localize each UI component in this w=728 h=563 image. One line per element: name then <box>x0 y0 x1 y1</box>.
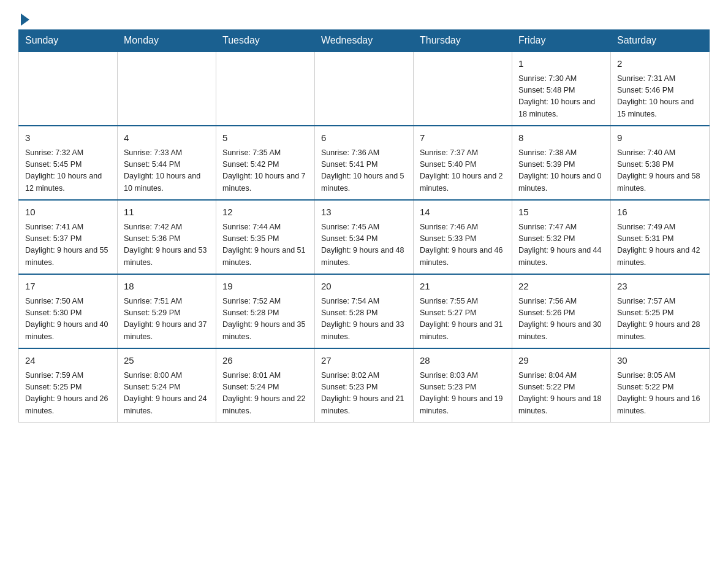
logo <box>18 12 29 23</box>
day-number: 28 <box>420 354 506 368</box>
calendar-cell: 14Sunrise: 7:46 AMSunset: 5:33 PMDayligh… <box>414 200 512 274</box>
day-info: Sunrise: 7:37 AMSunset: 5:40 PMDaylight:… <box>420 147 506 195</box>
day-info: Sunrise: 7:31 AMSunset: 5:46 PMDaylight:… <box>617 73 703 121</box>
day-number: 12 <box>222 205 308 220</box>
day-number: 18 <box>124 280 210 294</box>
day-info: Sunrise: 8:05 AMSunset: 5:22 PMDaylight:… <box>617 370 703 418</box>
day-number: 30 <box>617 354 703 368</box>
calendar-cell: 28Sunrise: 8:03 AMSunset: 5:23 PMDayligh… <box>414 348 512 423</box>
calendar-cell: 6Sunrise: 7:36 AMSunset: 5:41 PMDaylight… <box>315 126 414 200</box>
calendar-cell: 2Sunrise: 7:31 AMSunset: 5:46 PMDaylight… <box>611 52 710 126</box>
calendar-cell: 15Sunrise: 7:47 AMSunset: 5:32 PMDayligh… <box>512 200 611 274</box>
calendar-cell: 16Sunrise: 7:49 AMSunset: 5:31 PMDayligh… <box>611 200 710 274</box>
day-number: 4 <box>124 131 210 145</box>
calendar-week-row: 10Sunrise: 7:41 AMSunset: 5:37 PMDayligh… <box>19 200 710 274</box>
day-info: Sunrise: 7:54 AMSunset: 5:28 PMDaylight:… <box>321 296 407 343</box>
calendar-cell: 4Sunrise: 7:33 AMSunset: 5:44 PMDaylight… <box>118 126 216 200</box>
calendar-cell: 1Sunrise: 7:30 AMSunset: 5:48 PMDaylight… <box>512 52 611 126</box>
day-of-week-header: Saturday <box>611 30 710 52</box>
calendar-cell: 8Sunrise: 7:38 AMSunset: 5:39 PMDaylight… <box>512 126 611 200</box>
day-info: Sunrise: 8:02 AMSunset: 5:23 PMDaylight:… <box>321 370 407 418</box>
day-info: Sunrise: 8:03 AMSunset: 5:23 PMDaylight:… <box>420 370 506 418</box>
day-number: 22 <box>518 280 604 294</box>
day-of-week-header: Sunday <box>19 30 118 52</box>
calendar-cell: 5Sunrise: 7:35 AMSunset: 5:42 PMDaylight… <box>216 126 315 200</box>
day-number: 6 <box>321 131 407 145</box>
day-info: Sunrise: 7:56 AMSunset: 5:26 PMDaylight:… <box>518 296 604 343</box>
calendar-week-row: 1Sunrise: 7:30 AMSunset: 5:48 PMDaylight… <box>19 52 710 126</box>
day-info: Sunrise: 7:49 AMSunset: 5:31 PMDaylight:… <box>617 221 703 269</box>
day-number: 13 <box>321 205 407 220</box>
calendar-cell: 25Sunrise: 8:00 AMSunset: 5:24 PMDayligh… <box>118 348 216 423</box>
logo-arrow-icon <box>21 13 29 26</box>
day-number: 11 <box>124 205 210 220</box>
calendar-cell: 20Sunrise: 7:54 AMSunset: 5:28 PMDayligh… <box>315 274 414 348</box>
day-number: 26 <box>222 354 308 368</box>
day-number: 17 <box>25 280 111 294</box>
day-info: Sunrise: 7:30 AMSunset: 5:48 PMDaylight:… <box>518 73 604 121</box>
calendar-cell: 26Sunrise: 8:01 AMSunset: 5:24 PMDayligh… <box>216 348 315 423</box>
calendar-cell: 3Sunrise: 7:32 AMSunset: 5:45 PMDaylight… <box>19 126 118 200</box>
day-number: 29 <box>518 354 604 368</box>
day-of-week-header: Tuesday <box>216 30 315 52</box>
calendar-cell: 9Sunrise: 7:40 AMSunset: 5:38 PMDaylight… <box>611 126 710 200</box>
calendar-cell: 10Sunrise: 7:41 AMSunset: 5:37 PMDayligh… <box>19 200 118 274</box>
page-header <box>18 12 710 23</box>
day-info: Sunrise: 7:38 AMSunset: 5:39 PMDaylight:… <box>518 147 604 195</box>
day-number: 1 <box>518 57 604 71</box>
day-info: Sunrise: 7:46 AMSunset: 5:33 PMDaylight:… <box>420 221 506 269</box>
day-info: Sunrise: 7:36 AMSunset: 5:41 PMDaylight:… <box>321 147 407 195</box>
calendar-cell: 11Sunrise: 7:42 AMSunset: 5:36 PMDayligh… <box>118 200 216 274</box>
calendar-week-row: 3Sunrise: 7:32 AMSunset: 5:45 PMDaylight… <box>19 126 710 200</box>
day-info: Sunrise: 7:33 AMSunset: 5:44 PMDaylight:… <box>124 147 210 195</box>
day-number: 8 <box>518 131 604 145</box>
day-info: Sunrise: 7:50 AMSunset: 5:30 PMDaylight:… <box>25 296 111 343</box>
day-number: 16 <box>617 205 703 220</box>
calendar-header-row: SundayMondayTuesdayWednesdayThursdayFrid… <box>19 30 710 52</box>
day-number: 15 <box>518 205 604 220</box>
calendar-table: SundayMondayTuesdayWednesdayThursdayFrid… <box>18 29 710 423</box>
calendar-cell: 27Sunrise: 8:02 AMSunset: 5:23 PMDayligh… <box>315 348 414 423</box>
day-info: Sunrise: 7:42 AMSunset: 5:36 PMDaylight:… <box>124 221 210 269</box>
day-number: 24 <box>25 354 111 368</box>
day-number: 5 <box>222 131 308 145</box>
calendar-cell <box>216 52 315 126</box>
calendar-week-row: 17Sunrise: 7:50 AMSunset: 5:30 PMDayligh… <box>19 274 710 348</box>
calendar-cell <box>315 52 414 126</box>
day-number: 14 <box>420 205 506 220</box>
calendar-cell <box>118 52 216 126</box>
calendar-cell: 29Sunrise: 8:04 AMSunset: 5:22 PMDayligh… <box>512 348 611 423</box>
calendar-cell: 21Sunrise: 7:55 AMSunset: 5:27 PMDayligh… <box>414 274 512 348</box>
day-of-week-header: Thursday <box>414 30 512 52</box>
calendar-cell: 7Sunrise: 7:37 AMSunset: 5:40 PMDaylight… <box>414 126 512 200</box>
calendar-cell: 17Sunrise: 7:50 AMSunset: 5:30 PMDayligh… <box>19 274 118 348</box>
calendar-cell <box>414 52 512 126</box>
day-number: 2 <box>617 57 703 71</box>
day-of-week-header: Monday <box>118 30 216 52</box>
calendar-cell <box>19 52 118 126</box>
calendar-week-row: 24Sunrise: 7:59 AMSunset: 5:25 PMDayligh… <box>19 348 710 423</box>
day-info: Sunrise: 7:57 AMSunset: 5:25 PMDaylight:… <box>617 296 703 343</box>
day-info: Sunrise: 7:35 AMSunset: 5:42 PMDaylight:… <box>222 147 308 195</box>
day-number: 27 <box>321 354 407 368</box>
day-number: 9 <box>617 131 703 145</box>
day-number: 10 <box>25 205 111 220</box>
day-info: Sunrise: 7:40 AMSunset: 5:38 PMDaylight:… <box>617 147 703 195</box>
day-number: 21 <box>420 280 506 294</box>
day-number: 3 <box>25 131 111 145</box>
day-info: Sunrise: 8:04 AMSunset: 5:22 PMDaylight:… <box>518 370 604 418</box>
day-number: 20 <box>321 280 407 294</box>
day-info: Sunrise: 7:55 AMSunset: 5:27 PMDaylight:… <box>420 296 506 343</box>
calendar-cell: 19Sunrise: 7:52 AMSunset: 5:28 PMDayligh… <box>216 274 315 348</box>
calendar-cell: 18Sunrise: 7:51 AMSunset: 5:29 PMDayligh… <box>118 274 216 348</box>
calendar-cell: 12Sunrise: 7:44 AMSunset: 5:35 PMDayligh… <box>216 200 315 274</box>
day-info: Sunrise: 7:59 AMSunset: 5:25 PMDaylight:… <box>25 370 111 418</box>
calendar-cell: 23Sunrise: 7:57 AMSunset: 5:25 PMDayligh… <box>611 274 710 348</box>
calendar-cell: 13Sunrise: 7:45 AMSunset: 5:34 PMDayligh… <box>315 200 414 274</box>
day-info: Sunrise: 7:51 AMSunset: 5:29 PMDaylight:… <box>124 296 210 343</box>
day-info: Sunrise: 7:52 AMSunset: 5:28 PMDaylight:… <box>222 296 308 343</box>
day-info: Sunrise: 8:00 AMSunset: 5:24 PMDaylight:… <box>124 370 210 418</box>
day-info: Sunrise: 7:44 AMSunset: 5:35 PMDaylight:… <box>222 221 308 269</box>
day-number: 19 <box>222 280 308 294</box>
day-of-week-header: Friday <box>512 30 611 52</box>
